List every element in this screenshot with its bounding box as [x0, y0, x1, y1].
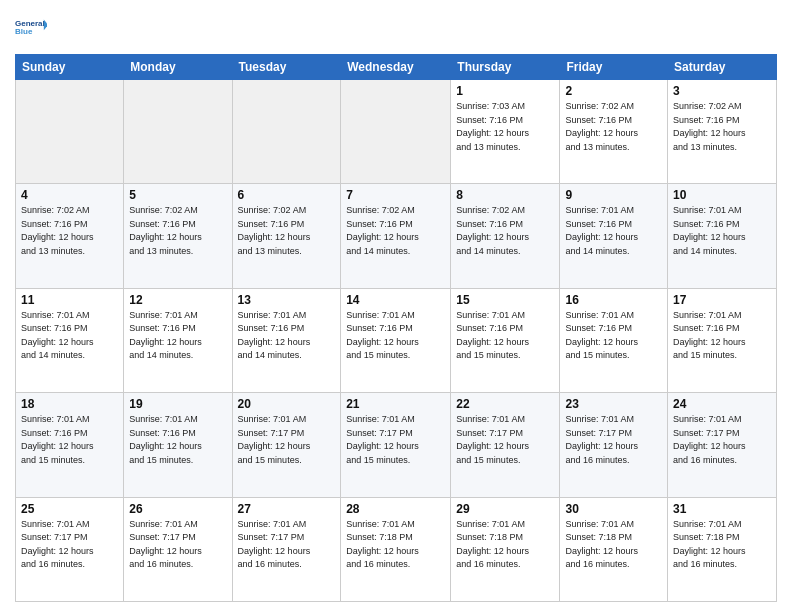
calendar-cell: 15Sunrise: 7:01 AM Sunset: 7:16 PM Dayli… [451, 288, 560, 392]
calendar-cell [232, 80, 341, 184]
day-info: Sunrise: 7:01 AM Sunset: 7:18 PM Dayligh… [565, 518, 662, 572]
day-info: Sunrise: 7:03 AM Sunset: 7:16 PM Dayligh… [456, 100, 554, 154]
calendar-cell: 26Sunrise: 7:01 AM Sunset: 7:17 PM Dayli… [124, 497, 232, 601]
day-number: 3 [673, 84, 771, 98]
calendar-cell: 9Sunrise: 7:01 AM Sunset: 7:16 PM Daylig… [560, 184, 668, 288]
calendar-cell: 6Sunrise: 7:02 AM Sunset: 7:16 PM Daylig… [232, 184, 341, 288]
day-info: Sunrise: 7:01 AM Sunset: 7:16 PM Dayligh… [673, 204, 771, 258]
calendar-cell: 31Sunrise: 7:01 AM Sunset: 7:18 PM Dayli… [668, 497, 777, 601]
day-number: 27 [238, 502, 336, 516]
day-info: Sunrise: 7:01 AM Sunset: 7:17 PM Dayligh… [238, 413, 336, 467]
day-number: 21 [346, 397, 445, 411]
day-info: Sunrise: 7:02 AM Sunset: 7:16 PM Dayligh… [673, 100, 771, 154]
day-number: 25 [21, 502, 118, 516]
day-number: 23 [565, 397, 662, 411]
day-number: 8 [456, 188, 554, 202]
page: General Blue SundayMondayTuesdayWednesda… [0, 0, 792, 612]
calendar-cell: 8Sunrise: 7:02 AM Sunset: 7:16 PM Daylig… [451, 184, 560, 288]
day-number: 2 [565, 84, 662, 98]
day-number: 19 [129, 397, 226, 411]
header-monday: Monday [124, 55, 232, 80]
calendar-cell: 23Sunrise: 7:01 AM Sunset: 7:17 PM Dayli… [560, 393, 668, 497]
day-info: Sunrise: 7:01 AM Sunset: 7:17 PM Dayligh… [346, 413, 445, 467]
calendar-cell: 25Sunrise: 7:01 AM Sunset: 7:17 PM Dayli… [16, 497, 124, 601]
day-info: Sunrise: 7:02 AM Sunset: 7:16 PM Dayligh… [129, 204, 226, 258]
calendar-cell: 14Sunrise: 7:01 AM Sunset: 7:16 PM Dayli… [341, 288, 451, 392]
day-info: Sunrise: 7:01 AM Sunset: 7:16 PM Dayligh… [21, 413, 118, 467]
calendar-table: SundayMondayTuesdayWednesdayThursdayFrid… [15, 54, 777, 602]
calendar-cell: 11Sunrise: 7:01 AM Sunset: 7:16 PM Dayli… [16, 288, 124, 392]
header-saturday: Saturday [668, 55, 777, 80]
day-info: Sunrise: 7:01 AM Sunset: 7:16 PM Dayligh… [456, 309, 554, 363]
day-number: 7 [346, 188, 445, 202]
day-number: 31 [673, 502, 771, 516]
svg-marker-2 [44, 19, 47, 30]
day-info: Sunrise: 7:01 AM Sunset: 7:17 PM Dayligh… [565, 413, 662, 467]
calendar-cell: 3Sunrise: 7:02 AM Sunset: 7:16 PM Daylig… [668, 80, 777, 184]
day-number: 17 [673, 293, 771, 307]
day-info: Sunrise: 7:01 AM Sunset: 7:16 PM Dayligh… [565, 309, 662, 363]
day-info: Sunrise: 7:01 AM Sunset: 7:18 PM Dayligh… [673, 518, 771, 572]
header-sunday: Sunday [16, 55, 124, 80]
header-thursday: Thursday [451, 55, 560, 80]
day-number: 29 [456, 502, 554, 516]
week-row-3: 11Sunrise: 7:01 AM Sunset: 7:16 PM Dayli… [16, 288, 777, 392]
calendar-cell: 22Sunrise: 7:01 AM Sunset: 7:17 PM Dayli… [451, 393, 560, 497]
day-number: 14 [346, 293, 445, 307]
day-info: Sunrise: 7:01 AM Sunset: 7:16 PM Dayligh… [238, 309, 336, 363]
calendar-cell: 27Sunrise: 7:01 AM Sunset: 7:17 PM Dayli… [232, 497, 341, 601]
week-row-2: 4Sunrise: 7:02 AM Sunset: 7:16 PM Daylig… [16, 184, 777, 288]
calendar-cell: 24Sunrise: 7:01 AM Sunset: 7:17 PM Dayli… [668, 393, 777, 497]
day-number: 30 [565, 502, 662, 516]
day-number: 28 [346, 502, 445, 516]
calendar-cell: 2Sunrise: 7:02 AM Sunset: 7:16 PM Daylig… [560, 80, 668, 184]
calendar-cell: 18Sunrise: 7:01 AM Sunset: 7:16 PM Dayli… [16, 393, 124, 497]
day-number: 26 [129, 502, 226, 516]
day-number: 13 [238, 293, 336, 307]
calendar-cell [341, 80, 451, 184]
header-friday: Friday [560, 55, 668, 80]
day-info: Sunrise: 7:01 AM Sunset: 7:16 PM Dayligh… [129, 413, 226, 467]
day-info: Sunrise: 7:01 AM Sunset: 7:16 PM Dayligh… [346, 309, 445, 363]
day-info: Sunrise: 7:02 AM Sunset: 7:16 PM Dayligh… [565, 100, 662, 154]
day-info: Sunrise: 7:02 AM Sunset: 7:16 PM Dayligh… [346, 204, 445, 258]
calendar-cell: 7Sunrise: 7:02 AM Sunset: 7:16 PM Daylig… [341, 184, 451, 288]
day-info: Sunrise: 7:01 AM Sunset: 7:17 PM Dayligh… [129, 518, 226, 572]
day-number: 6 [238, 188, 336, 202]
calendar-cell: 21Sunrise: 7:01 AM Sunset: 7:17 PM Dayli… [341, 393, 451, 497]
header-tuesday: Tuesday [232, 55, 341, 80]
day-number: 10 [673, 188, 771, 202]
calendar-cell: 10Sunrise: 7:01 AM Sunset: 7:16 PM Dayli… [668, 184, 777, 288]
day-info: Sunrise: 7:01 AM Sunset: 7:17 PM Dayligh… [673, 413, 771, 467]
day-number: 5 [129, 188, 226, 202]
day-number: 24 [673, 397, 771, 411]
calendar-cell: 20Sunrise: 7:01 AM Sunset: 7:17 PM Dayli… [232, 393, 341, 497]
calendar-cell [124, 80, 232, 184]
calendar-cell: 29Sunrise: 7:01 AM Sunset: 7:18 PM Dayli… [451, 497, 560, 601]
day-number: 16 [565, 293, 662, 307]
day-number: 20 [238, 397, 336, 411]
day-number: 18 [21, 397, 118, 411]
day-info: Sunrise: 7:01 AM Sunset: 7:16 PM Dayligh… [21, 309, 118, 363]
day-number: 4 [21, 188, 118, 202]
day-info: Sunrise: 7:02 AM Sunset: 7:16 PM Dayligh… [21, 204, 118, 258]
day-info: Sunrise: 7:01 AM Sunset: 7:17 PM Dayligh… [21, 518, 118, 572]
week-row-5: 25Sunrise: 7:01 AM Sunset: 7:17 PM Dayli… [16, 497, 777, 601]
day-info: Sunrise: 7:02 AM Sunset: 7:16 PM Dayligh… [238, 204, 336, 258]
svg-text:General: General [15, 19, 45, 28]
day-info: Sunrise: 7:01 AM Sunset: 7:17 PM Dayligh… [238, 518, 336, 572]
day-number: 1 [456, 84, 554, 98]
logo: General Blue [15, 10, 47, 46]
day-info: Sunrise: 7:01 AM Sunset: 7:16 PM Dayligh… [129, 309, 226, 363]
calendar-cell: 16Sunrise: 7:01 AM Sunset: 7:16 PM Dayli… [560, 288, 668, 392]
calendar-cell: 13Sunrise: 7:01 AM Sunset: 7:16 PM Dayli… [232, 288, 341, 392]
week-row-1: 1Sunrise: 7:03 AM Sunset: 7:16 PM Daylig… [16, 80, 777, 184]
day-number: 11 [21, 293, 118, 307]
calendar-cell: 12Sunrise: 7:01 AM Sunset: 7:16 PM Dayli… [124, 288, 232, 392]
calendar-cell: 30Sunrise: 7:01 AM Sunset: 7:18 PM Dayli… [560, 497, 668, 601]
calendar-cell: 19Sunrise: 7:01 AM Sunset: 7:16 PM Dayli… [124, 393, 232, 497]
calendar-cell: 1Sunrise: 7:03 AM Sunset: 7:16 PM Daylig… [451, 80, 560, 184]
day-number: 12 [129, 293, 226, 307]
week-row-4: 18Sunrise: 7:01 AM Sunset: 7:16 PM Dayli… [16, 393, 777, 497]
day-info: Sunrise: 7:01 AM Sunset: 7:18 PM Dayligh… [456, 518, 554, 572]
